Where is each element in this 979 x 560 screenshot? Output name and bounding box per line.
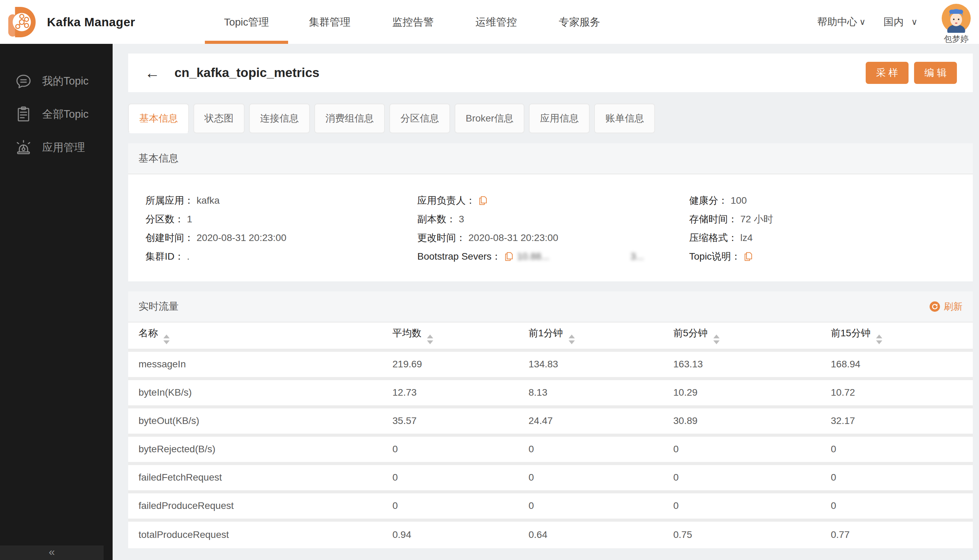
sample-button[interactable]: 采 样 <box>866 62 909 84</box>
sort-icon[interactable] <box>164 335 170 344</box>
metric-1min: 8.13 <box>518 378 663 407</box>
field-bootstrap-servers: Bootstrap Severs： 10.88... 3... <box>417 247 689 266</box>
sidebar-item-app-management[interactable]: 应用管理 <box>0 131 113 164</box>
copy-icon[interactable] <box>744 252 752 262</box>
field-label: 分区数： <box>145 213 184 226</box>
field-owner-app: 所属应用： kafka <box>145 191 417 210</box>
metric-5min: 0 <box>663 492 820 520</box>
edit-button[interactable]: 编 辑 <box>914 62 957 84</box>
field-value: 1 <box>187 214 192 225</box>
sort-icon[interactable] <box>713 335 720 344</box>
field-create-time: 创建时间： 2020-08-31 20:23:00 <box>145 228 417 247</box>
tab-broker-info[interactable]: Broker信息 <box>454 103 525 133</box>
metric-15min: 0 <box>820 435 973 463</box>
metric-15min: 0 <box>820 463 973 492</box>
metric-5min: 163.13 <box>663 350 820 378</box>
tab-basic-info[interactable]: 基本信息 <box>128 103 189 133</box>
nav-ops-control[interactable]: 运维管控 <box>454 0 538 44</box>
metric-avg: 0 <box>382 435 518 463</box>
user-menu[interactable]: 包梦婷 <box>942 4 971 45</box>
metric-1min: 134.83 <box>518 350 663 378</box>
avatar <box>942 4 971 33</box>
metric-avg: 0 <box>382 492 518 520</box>
nav-monitor-alerts[interactable]: 监控告警 <box>371 0 454 44</box>
tab-consumer-group-info[interactable]: 消费组信息 <box>314 103 385 133</box>
region-selector[interactable]: 国内 ∨ <box>884 15 917 29</box>
page-title: cn_kafka_topic_metrics <box>174 66 319 80</box>
sidebar-item-label: 全部Topic <box>42 107 89 122</box>
panel-title-text: 基本信息 <box>139 152 179 165</box>
back-icon[interactable]: ← <box>145 65 160 80</box>
sort-icon[interactable] <box>427 335 433 344</box>
refresh-button[interactable]: 刷新 <box>930 300 962 313</box>
metric-name: byteRejected(B/s) <box>128 435 382 463</box>
metric-15min: 0 <box>820 492 973 520</box>
field-value: lz4 <box>740 232 753 243</box>
realtime-traffic-header: 实时流量 刷新 <box>128 292 973 322</box>
top-bar: Kafka Manager Topic管理 集群管理 监控告警 运维管控 专家服… <box>0 0 979 44</box>
metric-5min: 0 <box>663 463 820 492</box>
metric-5min: 0 <box>663 435 820 463</box>
field-modify-time: 更改时间： 2020-08-31 20:23:00 <box>417 228 689 247</box>
tab-billing-info[interactable]: 账单信息 <box>594 103 655 133</box>
sidebar-item-all-topic[interactable]: 全部Topic <box>0 98 113 131</box>
help-center-label: 帮助中心 <box>817 15 857 29</box>
sidebar-collapse-button[interactable]: « <box>0 545 104 560</box>
field-label: 压缩格式： <box>689 231 738 245</box>
field-value: . <box>187 251 190 262</box>
sort-icon[interactable] <box>876 335 882 344</box>
field-retention-time: 存储时间： 72 小时 <box>689 210 973 228</box>
tab-partition-info[interactable]: 分区信息 <box>389 103 450 133</box>
metric-name: failedProduceRequest <box>128 492 382 520</box>
realtime-traffic-panel: 实时流量 刷新 名称 平均数 前1分钟 前5分钟 前15分钟 <box>128 292 973 548</box>
alarm-icon <box>15 139 32 156</box>
field-label: 健康分： <box>689 194 728 207</box>
tab-app-info[interactable]: 应用信息 <box>529 103 590 133</box>
table-row: byteOut(KB/s) 35.57 24.47 30.89 32.17 <box>128 407 973 435</box>
sort-icon[interactable] <box>569 335 575 344</box>
field-label: 创建时间： <box>145 231 194 245</box>
metric-1min: 0.64 <box>518 520 663 548</box>
refresh-icon <box>930 302 940 312</box>
nav-expert-service[interactable]: 专家服务 <box>538 0 621 44</box>
realtime-metrics-table: 名称 平均数 前1分钟 前5分钟 前15分钟 messageIn 219.69 … <box>128 322 973 548</box>
field-health-score: 健康分： 100 <box>689 191 973 210</box>
field-label: 所属应用： <box>145 194 194 207</box>
nav-cluster-management[interactable]: 集群管理 <box>288 0 371 44</box>
main-nav: Topic管理 集群管理 监控告警 运维管控 专家服务 <box>205 0 621 44</box>
nav-topic-management[interactable]: Topic管理 <box>205 0 288 44</box>
kafka-manager-logo-icon <box>8 6 38 38</box>
field-value: 2020-08-31 20:23:00 <box>197 232 286 243</box>
sidebar-item-label: 应用管理 <box>42 140 85 155</box>
field-label: Topic说明： <box>689 250 741 263</box>
table-row: byteIn(KB/s) 12.73 8.13 10.29 10.72 <box>128 378 973 407</box>
metric-avg: 0 <box>382 463 518 492</box>
field-label: 存储时间： <box>689 213 738 226</box>
table-header-row: 名称 平均数 前1分钟 前5分钟 前15分钟 <box>128 322 973 350</box>
tab-status-chart[interactable]: 状态图 <box>194 103 245 133</box>
basic-info-grid: 所属应用： kafka 应用负责人： 健康分： 100 分区数： 1 <box>128 174 973 282</box>
field-app-owner: 应用负责人： <box>417 191 689 210</box>
sidebar-item-my-topic[interactable]: 我的Topic <box>0 65 113 98</box>
copy-icon[interactable] <box>505 252 513 262</box>
tab-connection-info[interactable]: 连接信息 <box>249 103 310 133</box>
copy-icon[interactable] <box>479 196 487 205</box>
help-center-menu[interactable]: 帮助中心 ∨ <box>817 15 865 29</box>
column-header-last-1-min: 前1分钟 <box>518 322 663 350</box>
field-label: 集群ID： <box>145 250 184 263</box>
region-label: 国内 <box>884 15 904 29</box>
field-cluster-id: 集群ID： . <box>145 247 417 266</box>
table-row: failedFetchRequest 0 0 0 0 <box>128 463 973 492</box>
comment-icon <box>15 73 32 89</box>
basic-info-panel: 基本信息 所属应用： kafka 应用负责人： 健康分： 100 <box>128 143 973 282</box>
field-value-redacted: 3... <box>630 251 644 262</box>
metric-15min: 32.17 <box>820 407 973 435</box>
column-header-average: 平均数 <box>382 322 518 350</box>
field-value: 100 <box>731 195 747 206</box>
metric-name: totalProduceRequest <box>128 520 382 548</box>
table-row: totalProduceRequest 0.94 0.64 0.75 0.77 <box>128 520 973 548</box>
main-content: ← cn_kafka_topic_metrics 采 样 编 辑 基本信息 状态… <box>113 44 979 560</box>
field-value-redacted: 10.88... <box>517 251 549 262</box>
table-row: messageIn 219.69 134.83 163.13 168.94 <box>128 350 973 378</box>
metric-name: messageIn <box>128 350 382 378</box>
